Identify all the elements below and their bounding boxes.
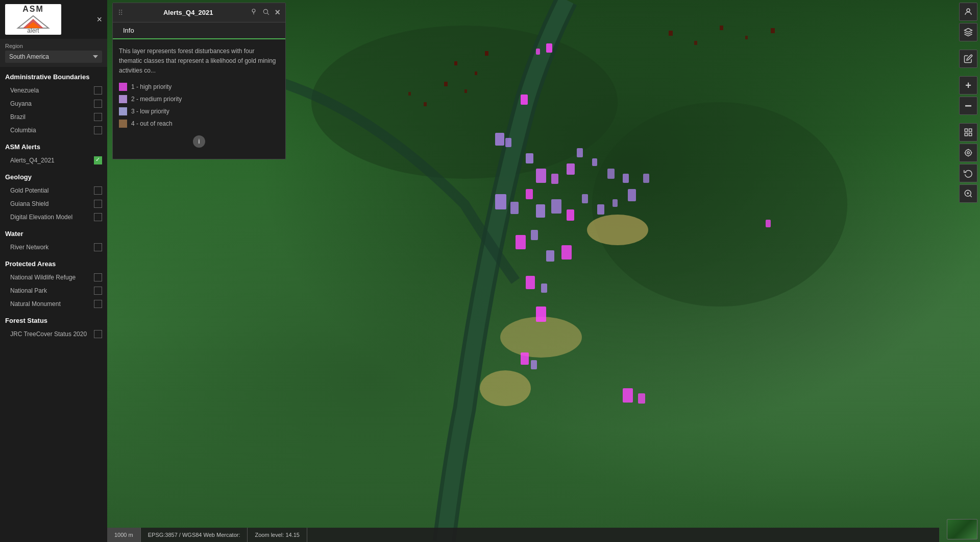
svg-rect-28 [643, 174, 649, 183]
legend-item-priority-1: 1 - high priority [119, 82, 279, 91]
svg-rect-12 [551, 174, 558, 184]
sidebar-close-button[interactable]: × [96, 14, 102, 25]
svg-rect-37 [531, 360, 537, 369]
layer-item-alerts-q4-2021: Alerts_Q4_2021 [0, 154, 107, 167]
rotate-button[interactable] [959, 164, 977, 182]
layers-container: Administrative BoundariesVenezuelaGuyana… [0, 67, 107, 341]
svg-rect-19 [510, 202, 519, 214]
legend-label-priority-3: 3 - low priority [131, 107, 169, 116]
basemap-button[interactable] [959, 123, 977, 142]
layer-checkbox-gold-potential[interactable] [94, 186, 102, 195]
popup-search-button[interactable] [262, 8, 270, 17]
zoom-level: Zoom level: 14.15 [248, 528, 307, 542]
svg-rect-18 [495, 194, 506, 209]
svg-rect-5 [546, 43, 552, 53]
svg-rect-16 [607, 169, 615, 179]
layer-checkbox-river-network[interactable] [94, 243, 102, 251]
svg-rect-47 [745, 36, 748, 39]
layer-checkbox-wildlife-refuge[interactable] [94, 273, 102, 281]
layer-checkbox-natural-monument[interactable] [94, 300, 102, 308]
popup-pin-button[interactable] [250, 8, 257, 17]
svg-rect-7 [521, 95, 528, 105]
layer-label-national-park[interactable]: National Park [10, 287, 94, 294]
layer-checkbox-columbia[interactable] [94, 126, 102, 134]
svg-rect-25 [597, 204, 604, 215]
layer-label-natural-monument[interactable]: Natural Monument [10, 300, 94, 308]
svg-rect-40 [766, 220, 771, 227]
legend-item-priority-3: 3 - low priority [119, 107, 279, 116]
edit-button[interactable] [959, 50, 977, 68]
svg-point-65 [967, 152, 970, 154]
layer-checkbox-jrc-treecover[interactable] [94, 330, 102, 338]
layer-item-river-network: River Network [0, 241, 107, 254]
svg-rect-48 [771, 28, 775, 33]
popup-tabs: Info [113, 22, 285, 39]
svg-rect-20 [526, 189, 533, 199]
right-toolbar: + − [959, 3, 977, 203]
svg-rect-8 [495, 133, 504, 146]
layer-checkbox-alerts-q4-2021[interactable] [94, 156, 102, 164]
layer-checkbox-digital-elevation[interactable] [94, 213, 102, 221]
location-button[interactable] [959, 144, 977, 162]
svg-rect-61 [965, 129, 967, 131]
layer-label-gold-potential[interactable]: Gold Potential [10, 187, 94, 194]
popup-info-button[interactable]: i [193, 135, 205, 148]
svg-rect-22 [551, 199, 561, 214]
svg-point-58 [264, 9, 268, 13]
svg-rect-27 [628, 189, 636, 201]
svg-rect-51 [444, 82, 448, 86]
layer-label-columbia[interactable]: Columbia [10, 127, 94, 134]
info-popup: ⠿ Alerts_Q4_2021 × Info This layer repre… [112, 3, 286, 159]
legend-swatch-priority-3 [119, 107, 127, 115]
layer-label-guiana-shield[interactable]: Guiana Shield [10, 200, 94, 207]
drag-handle-icon[interactable]: ⠿ [118, 9, 123, 17]
layer-label-digital-elevation[interactable]: Digital Elevation Model [10, 214, 94, 221]
layer-label-guyana[interactable]: Guyana [10, 100, 94, 107]
svg-rect-15 [592, 158, 597, 166]
layers-button[interactable] [959, 23, 977, 41]
layer-checkbox-guiana-shield[interactable] [94, 200, 102, 208]
projection-info: EPSG:3857 / WGS84 Web Mercator: [141, 528, 248, 542]
svg-point-4 [480, 370, 531, 406]
legend-item-priority-2: 2 - medium priority [119, 95, 279, 104]
layer-label-river-network[interactable]: River Network [10, 244, 94, 251]
svg-rect-13 [567, 163, 575, 175]
layer-label-jrc-treecover[interactable]: JRC TreeCover Status 2020 [10, 331, 94, 338]
layer-checkbox-national-park[interactable] [94, 287, 102, 295]
search-zoom-button[interactable] [959, 184, 977, 203]
svg-point-1 [592, 102, 847, 307]
layer-label-brazil[interactable]: Brazil [10, 113, 94, 121]
svg-line-59 [267, 13, 269, 15]
svg-rect-30 [531, 230, 538, 240]
popup-content: This layer represents forest disturbance… [113, 39, 285, 159]
popup-header: ⠿ Alerts_Q4_2021 × [113, 3, 285, 22]
svg-rect-42 [475, 72, 477, 75]
region-label: Region [5, 43, 102, 49]
section-header-water: Water [0, 224, 107, 241]
layer-checkbox-brazil[interactable] [94, 113, 102, 121]
logo-box: ASM alert [5, 4, 61, 35]
region-section: Region South America Central America Afr… [0, 39, 107, 67]
svg-rect-24 [582, 194, 588, 203]
layer-checkbox-guyana[interactable] [94, 100, 102, 108]
svg-rect-10 [526, 153, 533, 163]
layer-label-alerts-q4-2021[interactable]: Alerts_Q4_2021 [10, 157, 94, 164]
layer-label-venezuela[interactable]: Venezuela [10, 87, 94, 94]
region-select[interactable]: South America Central America Africa Asi… [5, 51, 102, 63]
popup-tab-info[interactable]: Info [113, 22, 144, 39]
svg-rect-49 [424, 102, 427, 106]
svg-rect-63 [969, 133, 972, 136]
layer-checkbox-venezuela[interactable] [94, 86, 102, 95]
svg-rect-33 [526, 276, 535, 289]
zoom-in-button[interactable]: + [959, 76, 977, 95]
svg-rect-62 [969, 129, 972, 131]
popup-close-button[interactable]: × [275, 7, 280, 18]
status-bar: 1000 m EPSG:3857 / WGS84 Web Mercator: Z… [107, 528, 939, 542]
svg-rect-17 [623, 174, 629, 183]
user-button[interactable] [959, 3, 977, 21]
zoom-out-button[interactable]: − [959, 97, 977, 115]
logo-text-asm: ASM [15, 5, 51, 14]
map-thumbnail-button[interactable] [947, 519, 977, 539]
svg-rect-31 [546, 250, 554, 262]
layer-label-wildlife-refuge[interactable]: National Wildlife Refuge [10, 274, 94, 281]
